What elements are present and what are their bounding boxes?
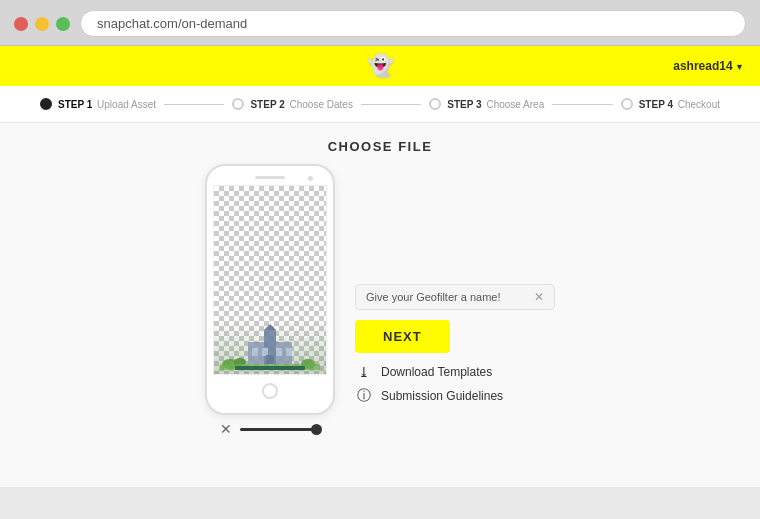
geofilter-name-bar: Give your Geofilter a name! ✕ bbox=[355, 284, 555, 310]
download-icon: ⤓ bbox=[355, 363, 373, 381]
step-4: STEP 4 Checkout bbox=[621, 98, 720, 110]
svg-marker-5 bbox=[264, 324, 276, 330]
phone-camera bbox=[308, 176, 313, 181]
submission-guidelines-link[interactable]: ⓘ Submission Guidelines bbox=[355, 387, 503, 405]
info-icon: ⓘ bbox=[355, 387, 373, 405]
step-line-3 bbox=[552, 104, 612, 105]
steps-bar: STEP 1 Upload Asset STEP 2 Choose Dates … bbox=[0, 86, 760, 123]
address-bar[interactable]: snapchat.com/on-demand bbox=[80, 10, 746, 37]
phone-mockup bbox=[205, 164, 335, 415]
svg-rect-7 bbox=[262, 348, 268, 356]
zoom-slider[interactable] bbox=[240, 428, 320, 431]
phone-area: ✕ Give your Geofilter a name! ✕ NEXT ⤓ D… bbox=[205, 164, 555, 437]
close-button-dot[interactable] bbox=[14, 17, 28, 31]
action-links: ⤓ Download Templates ⓘ Submission Guidel… bbox=[355, 363, 503, 405]
svg-rect-9 bbox=[286, 348, 292, 356]
svg-rect-8 bbox=[276, 348, 282, 356]
browser-chrome: snapchat.com/on-demand bbox=[0, 0, 760, 46]
step-line-2 bbox=[361, 104, 421, 105]
step-1-label: STEP 1 Upload Asset bbox=[58, 99, 156, 110]
step-3-circle bbox=[429, 98, 441, 110]
svg-rect-10 bbox=[266, 355, 274, 364]
main-content: CHOOSE FILE bbox=[0, 123, 760, 487]
minimize-button-dot[interactable] bbox=[35, 17, 49, 31]
fullscreen-button-dot[interactable] bbox=[56, 17, 70, 31]
geofilter-name-text: Give your Geofilter a name! bbox=[366, 291, 501, 303]
step-2-circle bbox=[232, 98, 244, 110]
step-1: STEP 1 Upload Asset bbox=[40, 98, 156, 110]
svg-rect-12 bbox=[235, 366, 305, 370]
step-2-label: STEP 2 Choose Dates bbox=[250, 99, 352, 110]
user-menu[interactable]: ashread14 bbox=[673, 59, 744, 73]
phone-screen[interactable] bbox=[213, 185, 327, 375]
close-name-bar-button[interactable]: ✕ bbox=[534, 290, 544, 304]
snapchat-header: 👻 ashread14 bbox=[0, 46, 760, 86]
zoom-out-icon[interactable]: ✕ bbox=[220, 421, 232, 437]
side-controls: Give your Geofilter a name! ✕ NEXT ⤓ Dow… bbox=[355, 164, 555, 405]
phone-speaker bbox=[255, 176, 285, 179]
section-title: CHOOSE FILE bbox=[328, 139, 433, 154]
svg-rect-6 bbox=[252, 348, 258, 356]
zoom-controls: ✕ bbox=[220, 421, 320, 437]
step-1-circle bbox=[40, 98, 52, 110]
step-4-circle bbox=[621, 98, 633, 110]
step-line-1 bbox=[164, 104, 224, 105]
geofilter-building-svg bbox=[220, 322, 320, 370]
zoom-slider-thumb[interactable] bbox=[311, 424, 322, 435]
download-templates-label: Download Templates bbox=[381, 365, 492, 379]
snapchat-ghost-icon: 👻 bbox=[367, 53, 394, 79]
next-button[interactable]: NEXT bbox=[355, 320, 450, 353]
phone-home-button bbox=[262, 383, 278, 399]
step-3-label: STEP 3 Choose Area bbox=[447, 99, 544, 110]
download-templates-link[interactable]: ⤓ Download Templates bbox=[355, 363, 503, 381]
submission-guidelines-label: Submission Guidelines bbox=[381, 389, 503, 403]
step-3: STEP 3 Choose Area bbox=[429, 98, 544, 110]
geofilter-preview bbox=[214, 319, 326, 374]
step-2: STEP 2 Choose Dates bbox=[232, 98, 352, 110]
step-4-label: STEP 4 Checkout bbox=[639, 99, 720, 110]
traffic-lights bbox=[14, 17, 70, 31]
